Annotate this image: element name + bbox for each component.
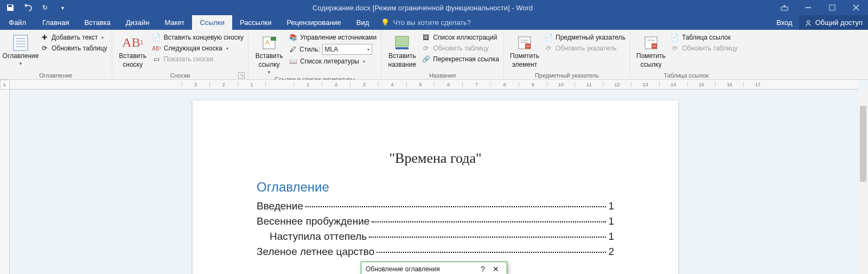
redo-icon[interactable]: ↻ (40, 3, 50, 12)
refresh-icon: ⟳ (422, 44, 430, 53)
group-citations: Вставить ссылку ▼ 📚Управление источникам… (248, 30, 381, 80)
insert-footnote-button[interactable]: AB1 Вставить сноску (117, 33, 149, 69)
next-footnote-button[interactable]: AB¹Следующая сноска▾ (152, 44, 244, 53)
bibliography-button[interactable]: 📖Список литературы▾ (289, 57, 376, 66)
update-auth-label: Обновить таблицу (682, 44, 738, 52)
tab-design[interactable]: Дизайн (118, 15, 157, 30)
vertical-ruler[interactable] (0, 90, 10, 274)
update-toc-button[interactable]: ⟳Обновить таблицу (40, 44, 107, 53)
minimize-icon[interactable] (796, 0, 820, 15)
dialog-launcher-icon[interactable]: ↘ (238, 72, 245, 79)
toc-entry-page: 1 (608, 200, 614, 212)
manage-icon: 📚 (289, 33, 297, 42)
toc-entry-page: 1 (608, 231, 614, 243)
group-label-toc: Оглавление (4, 71, 107, 80)
update-toc-label: Обновить таблицу (52, 44, 107, 52)
mark-citation-icon (642, 34, 660, 52)
insert-authorities-button[interactable]: 📄Таблица ссылок (671, 33, 738, 42)
tab-file[interactable]: Файл (0, 15, 35, 30)
sign-in[interactable]: Вход (770, 18, 799, 27)
style-icon: 🖊 (289, 45, 297, 54)
toc-entry[interactable]: Зеленое летнее царство2 (257, 246, 614, 258)
biblio-label: Список литературы (300, 58, 359, 65)
update-authorities-button[interactable]: ⟳Обновить таблицу (671, 44, 738, 53)
citation-style-row: 🖊 Стиль: MLA▾ (289, 44, 376, 55)
svg-rect-6 (14, 35, 28, 50)
chevron-down-icon: ▼ (267, 70, 271, 75)
citation-label1: Вставить (256, 53, 283, 60)
close-icon[interactable] (844, 0, 868, 15)
group-toc: Оглавление ▼ ✚Добавить текст▾ ⟳Обновить … (0, 30, 112, 80)
toc-entry[interactable]: Введение1 (257, 200, 614, 212)
style-value: MLA (325, 46, 339, 53)
citation-style-combo[interactable]: MLA▾ (322, 44, 372, 55)
group-captions: Вставить название 🖼Список иллюстраций ⟳О… (381, 30, 504, 80)
share-button[interactable]: Общий доступ (799, 15, 868, 30)
group-footnotes: AB1 Вставить сноску 📄Вставить концевую с… (112, 30, 248, 80)
mark-citation-button[interactable]: Пометить ссылку (635, 33, 667, 69)
manage-label: Управление источниками (300, 34, 376, 41)
tab-layout[interactable]: Макет (157, 15, 192, 30)
toc-entry[interactable]: Наступила оттепель1 (257, 231, 614, 243)
svg-rect-12 (271, 37, 276, 41)
citation-label2: ссылку (259, 61, 280, 69)
insert-caption-button[interactable]: Вставить название (386, 33, 418, 69)
toc-leader (376, 252, 606, 253)
mark-cit-label1: Пометить (636, 53, 666, 60)
toc-entry-page: 2 (608, 246, 614, 258)
mark-cit-label2: ссылку (640, 61, 661, 69)
save-icon[interactable] (5, 3, 15, 12)
table-of-figures-button[interactable]: 🖼Список иллюстраций (422, 33, 499, 42)
toc-entry-text: Весеннее пробуждение (257, 215, 369, 227)
vertical-scrollbar[interactable] (858, 90, 868, 274)
toc-leader (372, 221, 606, 222)
toc-leader (369, 237, 606, 238)
scrollbar-thumb[interactable] (860, 106, 866, 182)
tell-me[interactable]: 💡 Что вы хотите сделать? (381, 15, 471, 30)
mark-label1: Пометить (510, 53, 539, 60)
tab-references[interactable]: Ссылки (192, 15, 232, 30)
ruler-corner[interactable]: L (0, 80, 10, 90)
insert-endnote-button[interactable]: 📄Вставить концевую сноску (152, 33, 244, 42)
maximize-icon[interactable] (820, 0, 844, 15)
document-page: "Времена года" Оглавление Введение1Весен… (193, 100, 678, 274)
toc-container: Введение1Весеннее пробуждение1Наступила … (257, 200, 614, 258)
toc-button[interactable]: Оглавление ▼ (4, 33, 37, 66)
cross-reference-button[interactable]: 🔗Перекрестная ссылка (422, 55, 499, 63)
group-label-index: Предметный указатель (508, 71, 626, 80)
ribbon-tabs: Файл Главная Вставка Дизайн Макет Ссылки… (0, 15, 868, 30)
caption-label1: Вставить (388, 53, 416, 60)
manage-sources-button[interactable]: 📚Управление источниками (289, 33, 376, 42)
footnote-label1: Вставить (119, 53, 146, 60)
add-text-button[interactable]: ✚Добавить текст▾ (40, 33, 107, 42)
tab-review[interactable]: Рецензирование (279, 15, 348, 30)
insert-index-button[interactable]: 📄Предметный указатель (544, 33, 626, 42)
mark-entry-button[interactable]: Пометить элемент (508, 33, 541, 69)
group-label-captions: Названия (386, 71, 499, 80)
refresh-icon: ⟳ (40, 44, 49, 53)
svg-rect-13 (395, 36, 409, 46)
qat-customize-icon[interactable]: ▾ (58, 3, 67, 12)
group-label-footnotes: Сноски↘ (117, 71, 244, 80)
undo-icon[interactable] (23, 3, 33, 12)
tab-insert[interactable]: Вставка (76, 15, 118, 30)
dialog-help-button[interactable]: ? (476, 265, 489, 273)
dialog-titlebar[interactable]: Обновление оглавления ? ✕ (361, 262, 507, 274)
update-index-button[interactable]: ⟳Обновить указатель (544, 44, 626, 53)
tab-mailings[interactable]: Рассылки (232, 15, 279, 30)
show-notes-button[interactable]: ▭Показать сноски (152, 55, 244, 63)
ribbon: Оглавление ▼ ✚Добавить текст▾ ⟳Обновить … (0, 30, 868, 80)
toc-entry[interactable]: Весеннее пробуждение1 (257, 215, 614, 227)
toc-button-label: Оглавление (3, 53, 39, 60)
toc-heading: Оглавление (257, 180, 614, 195)
horizontal-ruler[interactable]: 3211234567891011121314151617 (10, 80, 858, 90)
footnote-icon: AB1 (124, 34, 142, 52)
tab-home[interactable]: Главная (35, 15, 76, 30)
tell-me-label: Что вы хотите сделать? (393, 18, 471, 27)
share-label: Общий доступ (815, 18, 863, 27)
tab-view[interactable]: Вид (349, 15, 377, 30)
insert-citation-button[interactable]: Вставить ссылку ▼ (253, 33, 285, 75)
ribbon-options-icon[interactable] (773, 0, 796, 15)
dialog-close-button[interactable]: ✕ (489, 265, 502, 273)
update-figures-button[interactable]: ⟳Обновить таблицу (422, 44, 499, 53)
